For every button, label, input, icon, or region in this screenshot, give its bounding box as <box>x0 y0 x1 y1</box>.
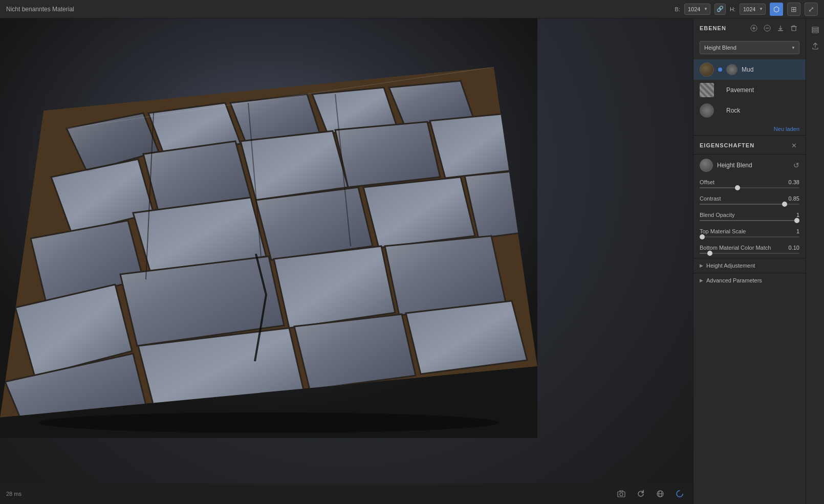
eigenschaften-header: EIGENSCHAFTEN ✕ <box>693 136 806 155</box>
layer-item-pavement[interactable]: Pavement <box>693 80 806 100</box>
contrast-slider-thumb[interactable] <box>782 202 787 207</box>
layer-label-pavement: Pavement <box>726 86 799 94</box>
svg-marker-16 <box>363 177 475 248</box>
top-material-scale-slider-thumb[interactable] <box>700 234 705 239</box>
top-bar-controls: B: 512 1024 2048 4096 🔗 H: 512 1024 2048… <box>675 3 818 16</box>
svg-point-31 <box>38 412 499 433</box>
advanced-parameters-label: Advanced Parameters <box>706 277 762 283</box>
eigenschaften-close-button[interactable]: ✕ <box>788 140 799 151</box>
contrast-slider-track[interactable] <box>700 204 799 205</box>
width-select-wrapper: 512 1024 2048 4096 <box>684 4 710 15</box>
h-label: H: <box>730 6 735 12</box>
param-top-material-scale: Top Material Scale 1 <box>693 225 806 237</box>
svg-marker-20 <box>274 246 395 328</box>
svg-marker-11 <box>335 122 440 187</box>
offset-value: 0.38 <box>789 179 799 185</box>
layer-list: Mud Pavement Rock <box>693 57 806 123</box>
stone-render-svg <box>0 18 537 438</box>
blend-opacity-slider-track[interactable] <box>700 220 799 221</box>
svg-marker-25 <box>406 301 527 374</box>
offset-slider-track[interactable] <box>700 187 799 188</box>
height-adjustement-chevron: ▶ <box>700 263 703 268</box>
layer-thumb-rock <box>700 103 714 118</box>
height-select[interactable]: 512 1024 2048 4096 <box>740 4 766 15</box>
globe-icon-button[interactable] <box>653 487 667 501</box>
top-material-scale-slider-track[interactable] <box>700 236 799 237</box>
side-panel <box>806 18 824 504</box>
height-adjustement-label: Height Adjustement <box>706 262 755 269</box>
refresh-icon-button[interactable] <box>634 487 648 501</box>
svg-rect-47 <box>812 29 818 31</box>
height-select-wrapper: 512 1024 2048 4096 <box>740 4 766 15</box>
blend-opacity-slider-fill <box>700 220 799 221</box>
advanced-parameters-chevron: ▶ <box>700 278 703 283</box>
layer-thumb-mud-secondary <box>726 64 738 75</box>
grid-icon: ⊞ <box>791 5 797 13</box>
layer-label-mud: Mud <box>742 66 799 73</box>
expand-view-button[interactable]: ⤢ <box>805 3 818 16</box>
ebenen-trash-button[interactable] <box>788 23 799 34</box>
eigenschaften-section: EIGENSCHAFTEN ✕ Height Blend ↺ Offset 0.… <box>693 136 806 504</box>
render-time: 28 ms <box>6 491 608 497</box>
layer-active-dot-mud <box>718 68 722 72</box>
layer-item-rock[interactable]: Rock <box>693 100 806 121</box>
svg-rect-48 <box>812 31 818 33</box>
side-layers-button[interactable] <box>808 23 822 37</box>
width-select[interactable]: 512 1024 2048 4096 <box>684 4 710 15</box>
svg-marker-24 <box>294 314 416 389</box>
advanced-parameters-collapsible[interactable]: ▶ Advanced Parameters <box>693 273 806 288</box>
app-title: Nicht benanntes Material <box>6 6 675 13</box>
camera-icon-button[interactable] <box>614 487 628 501</box>
offset-slider-thumb[interactable] <box>735 185 740 190</box>
ebenen-minus-button[interactable] <box>762 23 773 34</box>
param-offset: Offset 0.38 <box>693 176 806 188</box>
param-contrast: Contrast 0.85 <box>693 192 806 205</box>
neu-laden-button[interactable]: Neu laden <box>774 126 799 132</box>
layer-item-mud[interactable]: Mud <box>693 59 806 80</box>
lock-aspect-button[interactable]: 🔗 <box>714 4 726 15</box>
top-material-scale-label: Top Material Scale <box>700 228 746 234</box>
contrast-label: Contrast <box>700 195 721 202</box>
side-share-button[interactable] <box>808 39 822 53</box>
top-bar: Nicht benanntes Material B: 512 1024 204… <box>0 0 824 18</box>
ebenen-add-button[interactable] <box>748 23 760 34</box>
ebenen-header: EBENEN <box>693 18 806 38</box>
bottom-material-color-match-slider-track[interactable] <box>700 253 799 254</box>
viewport-bottom-bar: 28 ms <box>0 484 693 504</box>
blend-opacity-value: 1 <box>796 212 799 218</box>
grid-view-button[interactable]: ⊞ <box>787 3 800 16</box>
bottom-material-color-match-label: Bottom Material Color Match <box>700 245 771 251</box>
neu-laden-row: Neu laden <box>693 123 806 135</box>
blend-mode-select[interactable]: Height Blend Normal Multiply <box>700 41 799 54</box>
main-content: 28 ms EBENEN <box>0 18 824 504</box>
contrast-slider-fill <box>700 204 785 205</box>
3d-view-button[interactable]: ⬡ <box>770 3 783 16</box>
blend-node-row: Height Blend ↺ <box>693 155 806 176</box>
bottom-material-color-match-slider-thumb[interactable] <box>707 251 712 256</box>
svg-rect-43 <box>778 30 783 31</box>
spinner-icon-button[interactable] <box>673 487 687 501</box>
viewport[interactable]: 28 ms <box>0 18 693 504</box>
height-adjustement-collapsible[interactable]: ▶ Height Adjustement <box>693 258 806 273</box>
blend-opacity-slider-thumb[interactable] <box>794 218 799 223</box>
ebenen-download-button[interactable] <box>775 23 786 34</box>
svg-point-33 <box>620 493 623 496</box>
blend-node-icon <box>700 159 713 172</box>
ebenen-title: EBENEN <box>700 25 726 31</box>
b-label: B: <box>675 6 680 12</box>
svg-marker-10 <box>241 131 348 200</box>
eigenschaften-title: EIGENSCHAFTEN <box>700 142 754 148</box>
svg-rect-44 <box>792 27 796 31</box>
bottom-material-color-match-value: 0.10 <box>789 245 799 251</box>
layer-thumb-pavement <box>700 83 714 97</box>
layer-inactive-dot-pavement <box>718 88 722 92</box>
right-panel: EBENEN <box>693 18 806 504</box>
offset-label: Offset <box>700 179 714 185</box>
render-canvas <box>0 18 693 504</box>
blend-opacity-label: Blend Opacity <box>700 212 734 218</box>
blend-node-label: Height Blend <box>717 162 789 169</box>
close-icon: ✕ <box>791 142 797 149</box>
ebenen-section: EBENEN <box>693 18 806 136</box>
node-reset-button[interactable]: ↺ <box>793 161 799 169</box>
param-bottom-material-color-match: Bottom Material Color Match 0.10 <box>693 242 806 254</box>
